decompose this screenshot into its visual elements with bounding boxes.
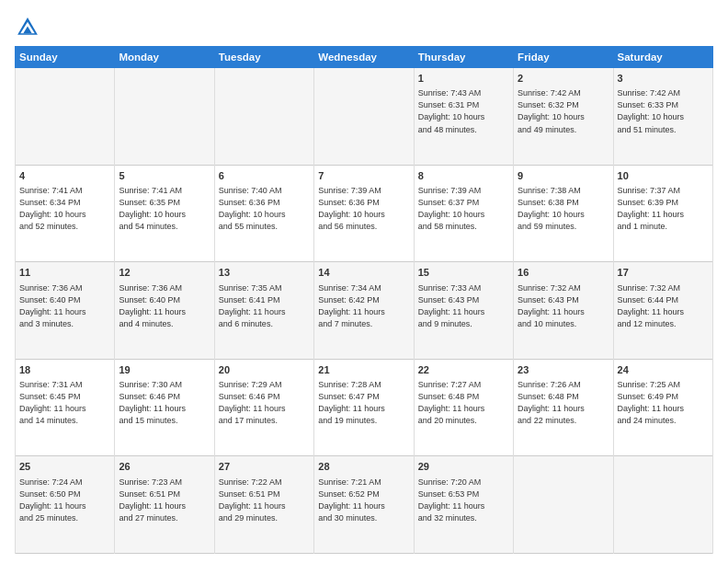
calendar-cell: 4Sunrise: 7:41 AM Sunset: 6:34 PM Daylig… bbox=[16, 165, 115, 262]
calendar-cell: 13Sunrise: 7:35 AM Sunset: 6:41 PM Dayli… bbox=[214, 262, 313, 360]
header-cell-tuesday: Tuesday bbox=[214, 47, 313, 68]
day-info: Sunrise: 7:37 AM Sunset: 6:39 PM Dayligh… bbox=[618, 185, 709, 233]
day-info: Sunrise: 7:27 AM Sunset: 6:48 PM Dayligh… bbox=[418, 379, 509, 427]
calendar-cell: 8Sunrise: 7:39 AM Sunset: 6:37 PM Daylig… bbox=[414, 165, 513, 262]
calendar-header: SundayMondayTuesdayWednesdayThursdayFrid… bbox=[16, 47, 713, 68]
header-cell-wednesday: Wednesday bbox=[314, 47, 414, 68]
day-info: Sunrise: 7:36 AM Sunset: 6:40 PM Dayligh… bbox=[19, 282, 110, 330]
week-row-4: 25Sunrise: 7:24 AM Sunset: 6:50 PM Dayli… bbox=[16, 456, 713, 554]
day-info: Sunrise: 7:30 AM Sunset: 6:46 PM Dayligh… bbox=[119, 379, 210, 427]
calendar-cell: 23Sunrise: 7:26 AM Sunset: 6:48 PM Dayli… bbox=[514, 359, 613, 456]
calendar-cell: 21Sunrise: 7:28 AM Sunset: 6:47 PM Dayli… bbox=[314, 359, 414, 456]
calendar-cell: 10Sunrise: 7:37 AM Sunset: 6:39 PM Dayli… bbox=[613, 165, 712, 262]
page-container: SundayMondayTuesdayWednesdayThursdayFrid… bbox=[0, 0, 728, 563]
day-info: Sunrise: 7:36 AM Sunset: 6:40 PM Dayligh… bbox=[119, 282, 210, 330]
calendar-cell bbox=[514, 456, 613, 554]
logo bbox=[15, 15, 44, 40]
calendar-cell bbox=[214, 68, 313, 166]
calendar-cell: 18Sunrise: 7:31 AM Sunset: 6:45 PM Dayli… bbox=[16, 359, 115, 456]
header bbox=[15, 15, 713, 40]
calendar-cell: 28Sunrise: 7:21 AM Sunset: 6:52 PM Dayli… bbox=[314, 456, 414, 554]
day-number: 2 bbox=[518, 72, 609, 86]
day-info: Sunrise: 7:35 AM Sunset: 6:41 PM Dayligh… bbox=[219, 282, 310, 330]
calendar-cell: 20Sunrise: 7:29 AM Sunset: 6:46 PM Dayli… bbox=[214, 359, 313, 456]
header-cell-thursday: Thursday bbox=[414, 47, 513, 68]
header-cell-sunday: Sunday bbox=[16, 47, 115, 68]
week-row-2: 11Sunrise: 7:36 AM Sunset: 6:40 PM Dayli… bbox=[16, 262, 713, 360]
day-info: Sunrise: 7:41 AM Sunset: 6:34 PM Dayligh… bbox=[19, 185, 110, 233]
day-number: 26 bbox=[119, 460, 210, 474]
header-cell-saturday: Saturday bbox=[613, 47, 712, 68]
week-row-1: 4Sunrise: 7:41 AM Sunset: 6:34 PM Daylig… bbox=[16, 165, 713, 262]
day-info: Sunrise: 7:24 AM Sunset: 6:50 PM Dayligh… bbox=[19, 477, 110, 524]
day-number: 17 bbox=[618, 266, 709, 280]
calendar-cell: 9Sunrise: 7:38 AM Sunset: 6:38 PM Daylig… bbox=[514, 165, 613, 262]
calendar-cell bbox=[115, 68, 214, 166]
day-info: Sunrise: 7:32 AM Sunset: 6:44 PM Dayligh… bbox=[618, 282, 709, 330]
calendar-cell: 7Sunrise: 7:39 AM Sunset: 6:36 PM Daylig… bbox=[314, 165, 414, 262]
day-info: Sunrise: 7:21 AM Sunset: 6:52 PM Dayligh… bbox=[318, 477, 409, 524]
calendar-cell: 17Sunrise: 7:32 AM Sunset: 6:44 PM Dayli… bbox=[613, 262, 712, 360]
calendar-cell: 12Sunrise: 7:36 AM Sunset: 6:40 PM Dayli… bbox=[115, 262, 214, 360]
day-info: Sunrise: 7:38 AM Sunset: 6:38 PM Dayligh… bbox=[518, 185, 609, 233]
day-info: Sunrise: 7:28 AM Sunset: 6:47 PM Dayligh… bbox=[318, 379, 409, 427]
day-number: 16 bbox=[518, 266, 609, 280]
day-info: Sunrise: 7:42 AM Sunset: 6:32 PM Dayligh… bbox=[518, 87, 609, 135]
day-info: Sunrise: 7:42 AM Sunset: 6:33 PM Dayligh… bbox=[618, 87, 709, 135]
day-number: 13 bbox=[219, 266, 310, 280]
day-number: 22 bbox=[418, 363, 509, 377]
calendar-cell: 16Sunrise: 7:32 AM Sunset: 6:43 PM Dayli… bbox=[514, 262, 613, 360]
day-info: Sunrise: 7:40 AM Sunset: 6:36 PM Dayligh… bbox=[219, 185, 310, 233]
day-info: Sunrise: 7:33 AM Sunset: 6:43 PM Dayligh… bbox=[418, 282, 509, 330]
calendar-cell: 14Sunrise: 7:34 AM Sunset: 6:42 PM Dayli… bbox=[314, 262, 414, 360]
day-info: Sunrise: 7:22 AM Sunset: 6:51 PM Dayligh… bbox=[219, 477, 310, 524]
day-number: 4 bbox=[19, 169, 110, 183]
header-row: SundayMondayTuesdayWednesdayThursdayFrid… bbox=[16, 47, 713, 68]
calendar-cell: 19Sunrise: 7:30 AM Sunset: 6:46 PM Dayli… bbox=[115, 359, 214, 456]
day-number: 7 bbox=[318, 169, 409, 183]
week-row-0: 1Sunrise: 7:43 AM Sunset: 6:31 PM Daylig… bbox=[16, 68, 713, 166]
calendar-cell: 22Sunrise: 7:27 AM Sunset: 6:48 PM Dayli… bbox=[414, 359, 513, 456]
calendar-cell: 5Sunrise: 7:41 AM Sunset: 6:35 PM Daylig… bbox=[115, 165, 214, 262]
day-number: 28 bbox=[318, 460, 409, 474]
day-number: 15 bbox=[418, 266, 509, 280]
day-number: 20 bbox=[219, 363, 310, 377]
header-cell-monday: Monday bbox=[115, 47, 214, 68]
calendar-cell: 3Sunrise: 7:42 AM Sunset: 6:33 PM Daylig… bbox=[613, 68, 712, 166]
header-cell-friday: Friday bbox=[514, 47, 613, 68]
day-number: 6 bbox=[219, 169, 310, 183]
day-number: 29 bbox=[418, 460, 509, 474]
day-info: Sunrise: 7:26 AM Sunset: 6:48 PM Dayligh… bbox=[518, 379, 609, 427]
day-info: Sunrise: 7:31 AM Sunset: 6:45 PM Dayligh… bbox=[19, 379, 110, 427]
day-info: Sunrise: 7:34 AM Sunset: 6:42 PM Dayligh… bbox=[318, 282, 409, 330]
logo-icon bbox=[15, 15, 40, 40]
day-info: Sunrise: 7:39 AM Sunset: 6:37 PM Dayligh… bbox=[418, 185, 509, 233]
calendar-cell: 1Sunrise: 7:43 AM Sunset: 6:31 PM Daylig… bbox=[414, 68, 513, 166]
calendar-cell: 24Sunrise: 7:25 AM Sunset: 6:49 PM Dayli… bbox=[613, 359, 712, 456]
calendar-cell: 27Sunrise: 7:22 AM Sunset: 6:51 PM Dayli… bbox=[214, 456, 313, 554]
day-number: 14 bbox=[318, 266, 409, 280]
day-number: 11 bbox=[19, 266, 110, 280]
day-number: 1 bbox=[418, 72, 509, 86]
day-number: 5 bbox=[119, 169, 210, 183]
day-info: Sunrise: 7:32 AM Sunset: 6:43 PM Dayligh… bbox=[518, 282, 609, 330]
calendar-cell: 29Sunrise: 7:20 AM Sunset: 6:53 PM Dayli… bbox=[414, 456, 513, 554]
day-number: 24 bbox=[618, 363, 709, 377]
day-number: 21 bbox=[318, 363, 409, 377]
calendar-cell: 15Sunrise: 7:33 AM Sunset: 6:43 PM Dayli… bbox=[414, 262, 513, 360]
calendar-cell: 26Sunrise: 7:23 AM Sunset: 6:51 PM Dayli… bbox=[115, 456, 214, 554]
day-number: 9 bbox=[518, 169, 609, 183]
day-info: Sunrise: 7:39 AM Sunset: 6:36 PM Dayligh… bbox=[318, 185, 409, 233]
day-number: 18 bbox=[19, 363, 110, 377]
day-info: Sunrise: 7:29 AM Sunset: 6:46 PM Dayligh… bbox=[219, 379, 310, 427]
day-number: 3 bbox=[618, 72, 709, 86]
day-number: 23 bbox=[518, 363, 609, 377]
calendar-cell: 2Sunrise: 7:42 AM Sunset: 6:32 PM Daylig… bbox=[514, 68, 613, 166]
day-info: Sunrise: 7:20 AM Sunset: 6:53 PM Dayligh… bbox=[418, 477, 509, 524]
day-number: 25 bbox=[19, 460, 110, 474]
day-number: 27 bbox=[219, 460, 310, 474]
week-row-3: 18Sunrise: 7:31 AM Sunset: 6:45 PM Dayli… bbox=[16, 359, 713, 456]
calendar-cell bbox=[16, 68, 115, 166]
day-info: Sunrise: 7:41 AM Sunset: 6:35 PM Dayligh… bbox=[119, 185, 210, 233]
day-number: 19 bbox=[119, 363, 210, 377]
